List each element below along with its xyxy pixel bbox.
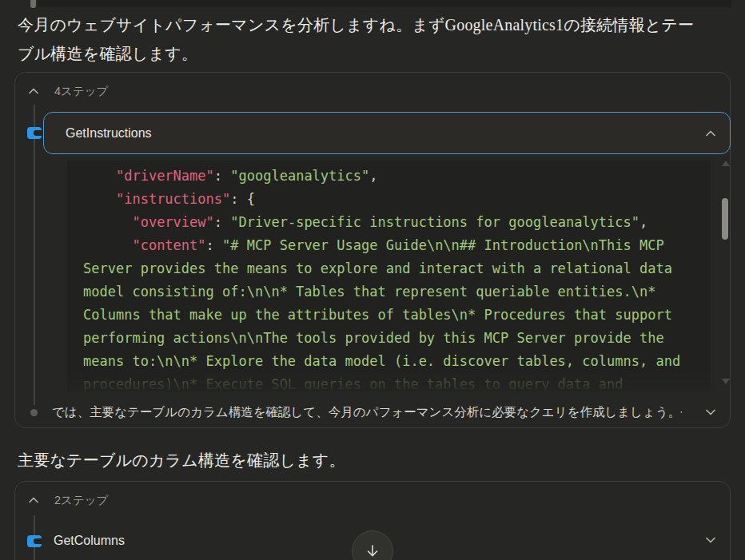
arrow-down-icon: [364, 542, 381, 560]
chevron-up-icon[interactable]: [704, 128, 717, 139]
step-count-label: 4ステップ: [54, 84, 108, 99]
previous-thread-stub: [30, 0, 36, 8]
steps-panel-1: 4ステップ GetInstructions "driverName": "goo…: [14, 72, 731, 428]
assistant-message-2: 主要なテーブルのカラム構造を確認します。: [18, 446, 721, 475]
tool-call-getinstructions[interactable]: GetInstructions: [43, 112, 731, 154]
chevron-up-icon: [27, 494, 40, 506]
cdata-tool-icon: [27, 127, 42, 139]
scrollbar-down-arrow-icon[interactable]: [722, 379, 730, 384]
code-bottom-fade: [67, 371, 711, 392]
chat-transcript: 今月のウェブサイトパフォーマンスを分析しますね。まずGoogleAnalytic…: [0, 0, 745, 560]
step-count-label: 2ステップ: [54, 493, 108, 508]
scrollbar-up-arrow-icon[interactable]: [722, 161, 730, 166]
bullet-dot-icon: [30, 409, 38, 416]
collapsed-step-row[interactable]: では、主要なテーブルのカラム構造を確認して、今月のパフォーマンス分析に必要なクエ…: [15, 395, 731, 429]
tool-name: GetColumns: [54, 534, 125, 548]
assistant-message-1: 今月のウェブサイトパフォーマンスを分析しますね。まずGoogleAnalytic…: [18, 10, 699, 68]
previous-code-block-edge: [38, 0, 731, 7]
tool-name: GetInstructions: [66, 126, 152, 141]
chevron-up-icon: [27, 85, 40, 97]
chevron-down-icon[interactable]: [704, 407, 717, 418]
steps-collapse-header-2[interactable]: 2ステップ: [27, 491, 108, 509]
collapsed-step-text: では、主要なテーブルのカラム構造を確認して、今月のパフォーマンス分析に必要なクエ…: [52, 404, 682, 421]
chevron-down-icon[interactable]: [704, 534, 717, 546]
cdata-tool-icon: [27, 535, 42, 547]
cdata-tool-icon-notch: [34, 130, 42, 136]
code-content: "driverName": "googleanalytics", "instru…: [67, 161, 711, 392]
steps-collapse-header-1[interactable]: 4ステップ: [27, 82, 108, 100]
cdata-tool-icon-notch: [34, 538, 42, 544]
thread-line: [34, 105, 35, 405]
scrollbar-thumb[interactable]: [722, 198, 728, 240]
tool-result-code-block[interactable]: "driverName": "googleanalytics", "instru…: [67, 161, 711, 392]
